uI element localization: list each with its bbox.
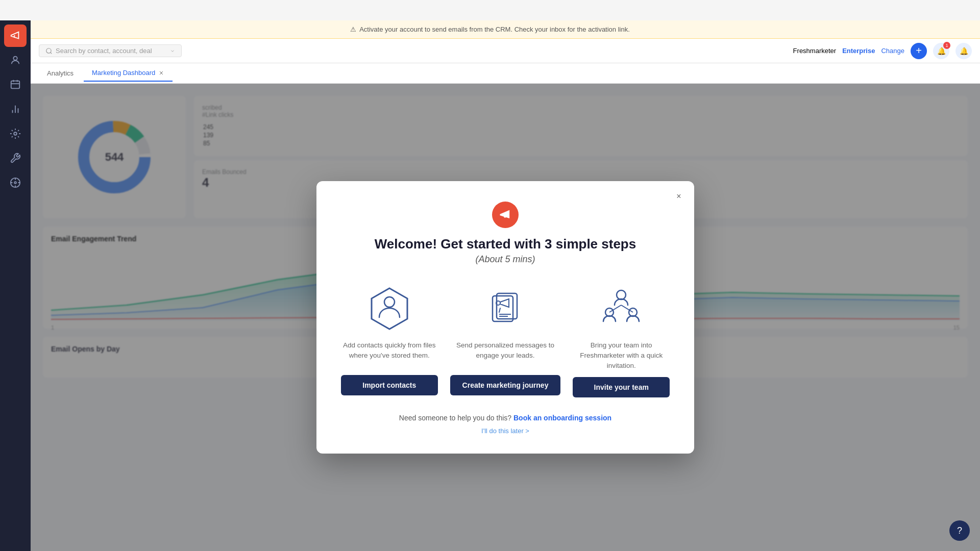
marketing-journey-icon xyxy=(480,283,531,334)
import-contacts-button[interactable]: Import contacts xyxy=(341,375,438,395)
tabs-bar: Analytics Marketing Dashboard xyxy=(31,63,980,84)
svg-point-4 xyxy=(46,48,51,53)
import-contacts-desc: Add contacts quickly from files where yo… xyxy=(341,340,438,369)
modal-overlay: × Welcome! Get started with 3 simple ste… xyxy=(31,84,980,551)
onboarding-link[interactable]: Book an onboarding session xyxy=(513,414,611,422)
tab-close-icon[interactable] xyxy=(158,70,164,76)
org-name: Freshmarketer xyxy=(793,47,837,55)
invite-team-icon xyxy=(596,283,647,334)
alert-text: Activate your account to send emails fro… xyxy=(359,26,630,33)
notification-badge: 1 xyxy=(943,42,950,49)
sidebar-icon-settings[interactable] xyxy=(4,122,27,145)
svg-line-5 xyxy=(51,52,52,54)
invite-team-desc: Bring your team into Freshmarketer with … xyxy=(573,340,670,371)
step-import-contacts: Add contacts quickly from files where yo… xyxy=(341,283,438,398)
change-link[interactable]: Change xyxy=(881,47,904,55)
import-contacts-icon xyxy=(364,283,415,334)
svg-rect-14 xyxy=(493,296,513,321)
svg-point-3 xyxy=(14,182,16,184)
plan-badge: Enterprise xyxy=(842,47,875,55)
svg-rect-1 xyxy=(11,81,20,89)
sidebar-icon-tools[interactable] xyxy=(4,147,27,169)
nav-bar: Search by contact, account, deal Freshma… xyxy=(31,39,980,63)
steps-grid: Add contacts quickly from files where yo… xyxy=(341,283,670,398)
welcome-modal: × Welcome! Get started with 3 simple ste… xyxy=(316,181,694,454)
sidebar xyxy=(0,20,31,551)
marketing-journey-button[interactable]: Create marketing journey xyxy=(450,375,561,395)
sidebar-icon-contacts[interactable] xyxy=(4,49,27,71)
content-area: 544 scribed #Link clicks 245 139 85 xyxy=(31,84,980,551)
svg-point-2 xyxy=(14,132,17,135)
search-placeholder: Search by contact, account, deal xyxy=(56,47,152,55)
help-button[interactable]: ? xyxy=(949,520,970,541)
modal-footer-text: Need someone to help you do this? Book a… xyxy=(341,414,670,422)
step-invite-team: Bring your team into Freshmarketer with … xyxy=(573,283,670,398)
add-button[interactable]: + xyxy=(911,43,927,59)
search-area[interactable]: Search by contact, account, deal xyxy=(39,44,182,57)
modal-subtitle: (About 5 mins) xyxy=(341,254,670,265)
marketing-journey-desc: Send personalized messages to engage you… xyxy=(450,340,561,369)
do-later-link[interactable]: I'll do this later > xyxy=(481,427,529,435)
sidebar-icon-reports[interactable] xyxy=(4,98,27,120)
invite-team-button[interactable]: Invite your team xyxy=(573,377,670,397)
notification-button[interactable]: 🔔 1 xyxy=(933,43,949,59)
sidebar-icon-megaphone[interactable] xyxy=(4,24,27,47)
nav-right: Freshmarketer Enterprise Change + 🔔 1 🔔 xyxy=(793,43,972,59)
tab-analytics[interactable]: Analytics xyxy=(39,65,82,81)
modal-footer: Need someone to help you do this? Book a… xyxy=(341,414,670,435)
logo-circle xyxy=(492,202,519,228)
svg-point-13 xyxy=(384,297,395,307)
modal-title: Welcome! Get started with 3 simple steps xyxy=(341,236,670,252)
alert-icon: ⚠ xyxy=(350,26,356,33)
svg-point-19 xyxy=(617,290,626,299)
tab-marketing-dashboard[interactable]: Marketing Dashboard xyxy=(84,65,173,82)
modal-close-button[interactable]: × xyxy=(672,189,686,204)
modal-logo xyxy=(341,202,670,228)
sidebar-icon-integrations[interactable] xyxy=(4,171,27,194)
svg-point-0 xyxy=(13,57,17,60)
sidebar-icon-campaigns[interactable] xyxy=(4,73,27,96)
app-background: ⚠ Activate your account to send emails f… xyxy=(0,0,980,551)
step-marketing-journey: Send personalized messages to engage you… xyxy=(450,283,561,398)
alert-banner: ⚠ Activate your account to send emails f… xyxy=(0,20,980,39)
alert-bell-button[interactable]: 🔔 xyxy=(955,43,972,59)
